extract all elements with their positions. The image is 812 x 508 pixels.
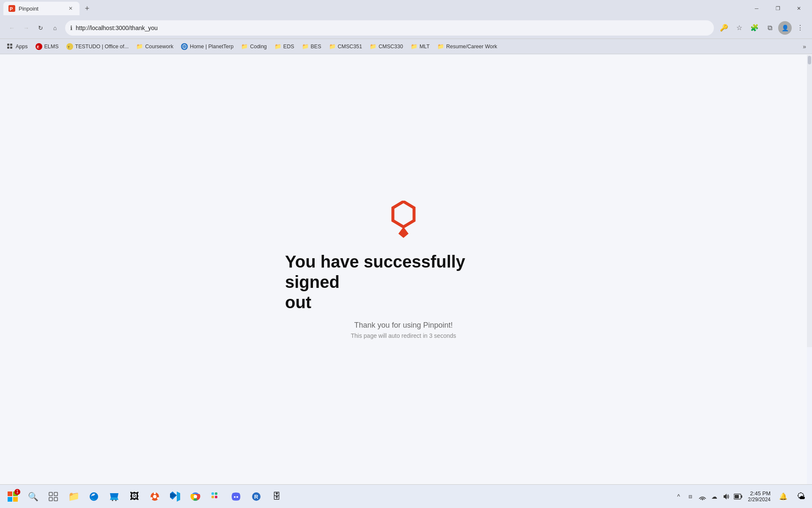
tab-title: Pinpoint <box>19 6 63 12</box>
chrome-icon <box>189 491 201 502</box>
slack-button[interactable] <box>206 487 225 506</box>
r-button[interactable]: R <box>247 487 266 506</box>
battery-icon[interactable] <box>734 492 742 501</box>
mlt-folder-icon: 📁 <box>411 43 417 50</box>
svg-point-39 <box>702 499 703 500</box>
bookmark-testudo[interactable]: T TESTUDO | Office of... <box>63 41 132 52</box>
store-icon <box>108 491 120 502</box>
bookmark-coding[interactable]: 📁 Coding <box>238 41 270 52</box>
restore-button[interactable]: ❐ <box>768 0 787 17</box>
nav-buttons: ← → ↻ ⌂ <box>5 21 62 35</box>
notification-button[interactable]: 🔔 <box>776 490 790 503</box>
bes-folder-icon: 📁 <box>302 43 309 50</box>
svg-point-30 <box>194 495 197 498</box>
photos-button[interactable]: 🖼 <box>125 487 144 506</box>
chrome-button[interactable] <box>186 487 205 506</box>
more-button[interactable]: ⋮ <box>793 21 807 35</box>
svg-point-22 <box>115 500 117 501</box>
svg-rect-42 <box>735 495 739 498</box>
profile-avatar[interactable]: 👤 <box>778 21 792 35</box>
svg-rect-17 <box>49 492 52 496</box>
address-bar-actions: 🔑 ☆ 🧩 ⧉ 👤 ⋮ <box>717 21 807 35</box>
bookmark-apps[interactable]: Apps <box>3 41 31 52</box>
edge-button[interactable] <box>85 487 103 506</box>
svg-point-35 <box>234 496 236 498</box>
ubuntu-icon <box>149 491 161 502</box>
key-icon[interactable]: 🔑 <box>717 21 731 35</box>
back-button[interactable]: ← <box>5 21 19 35</box>
title-bar: P Pinpoint ✕ + ─ ❐ ✕ <box>0 0 812 17</box>
svg-point-21 <box>112 500 113 501</box>
url-bar[interactable]: ℹ http://localhost:3000/thank_you <box>65 20 714 36</box>
bookmark-elms[interactable]: E ELMS <box>32 41 62 52</box>
tab-close-button[interactable]: ✕ <box>67 5 74 12</box>
minimize-button[interactable]: ─ <box>747 0 766 17</box>
ubuntu-button[interactable] <box>145 487 164 506</box>
favorite-button[interactable]: ☆ <box>732 21 746 35</box>
search-button[interactable]: 🔍 <box>24 487 42 506</box>
bookmark-coursework[interactable]: 📁 Coursework <box>133 41 177 52</box>
bookmark-resume[interactable]: 📁 Resume/Career Work <box>434 41 501 52</box>
bookmark-cmsc351[interactable]: 📁 CMSC351 <box>326 41 366 52</box>
pinpoint-logo <box>387 201 420 239</box>
testudo-favicon: T <box>66 43 73 50</box>
vscode-button[interactable] <box>166 487 184 506</box>
close-button[interactable]: ✕ <box>789 0 809 17</box>
files-button[interactable]: 📁 <box>64 487 83 506</box>
sound-icon[interactable] <box>722 492 730 501</box>
bookmark-elms-label: ELMS <box>44 44 59 50</box>
discord-button[interactable] <box>227 487 245 506</box>
svg-rect-33 <box>211 496 214 498</box>
home-button[interactable]: ⌂ <box>48 21 62 35</box>
bookmark-apps-label: Apps <box>16 44 28 50</box>
r-icon: R <box>250 491 262 502</box>
bookmark-mlt[interactable]: 📁 MLT <box>407 41 433 52</box>
system-tray: ^ ⧇ ☁ 2:45 PM 2/29/202 <box>675 489 809 504</box>
bookmark-bes[interactable]: 📁 BES <box>299 41 325 52</box>
split-view-button[interactable]: ⧉ <box>763 21 776 35</box>
svg-point-27 <box>151 497 153 499</box>
extension-button[interactable]: 🧩 <box>748 21 761 35</box>
bookmark-testudo-label: TESTUDO | Office of... <box>75 44 129 50</box>
cmsc351-folder-icon: 📁 <box>329 43 336 50</box>
files-icon: 📁 <box>68 491 80 502</box>
tab-favicon: P <box>8 5 15 12</box>
bookmark-planetterp[interactable]: Home | PlanetTerp <box>178 41 237 52</box>
task-view-button[interactable] <box>44 487 63 506</box>
cmsc330-folder-icon: 📁 <box>370 43 376 50</box>
scroll-track <box>807 55 812 347</box>
start-button[interactable]: 1 <box>3 487 22 506</box>
refresh-button[interactable]: ↻ <box>34 21 47 35</box>
bookmark-cmsc330[interactable]: 📁 CMSC330 <box>366 41 406 52</box>
scroll-thumb[interactable] <box>808 56 811 64</box>
store-button[interactable] <box>105 487 123 506</box>
forward-button[interactable]: → <box>19 21 33 35</box>
cloud-icon[interactable]: ☁ <box>710 492 719 501</box>
new-tab-button[interactable]: + <box>81 3 93 14</box>
bookmark-cmsc351-label: CMSC351 <box>338 44 362 50</box>
bookmark-more-button[interactable]: » <box>800 41 809 52</box>
browser-tab[interactable]: P Pinpoint ✕ <box>3 2 80 15</box>
window-controls: ─ ❐ ✕ <box>747 0 809 17</box>
svg-rect-31 <box>211 492 214 495</box>
svg-point-25 <box>154 492 156 494</box>
svg-point-10 <box>181 43 188 50</box>
svg-rect-16 <box>13 497 18 502</box>
weather-widget[interactable]: 🌤 <box>793 489 809 504</box>
svg-rect-41 <box>741 495 742 498</box>
svg-point-36 <box>236 496 238 498</box>
winrar-icon: 🗄 <box>271 491 283 502</box>
bookmark-eds-label: EDS <box>283 44 294 50</box>
clock[interactable]: 2:45 PM 2/29/2024 <box>746 490 773 502</box>
svg-rect-15 <box>8 497 12 502</box>
tray-chevron-icon[interactable]: ^ <box>675 492 683 501</box>
tray-widgets-icon[interactable]: ⧇ <box>686 492 695 501</box>
bookmark-eds[interactable]: 📁 EDS <box>271 41 298 52</box>
svg-rect-18 <box>54 492 58 496</box>
heading-line2: out <box>285 293 311 312</box>
eds-folder-icon: 📁 <box>274 43 281 50</box>
winrar-button[interactable]: 🗄 <box>267 487 286 506</box>
bookmark-coursework-label: Coursework <box>145 44 173 50</box>
apps-grid-icon <box>7 43 14 50</box>
network-icon[interactable] <box>698 492 707 501</box>
